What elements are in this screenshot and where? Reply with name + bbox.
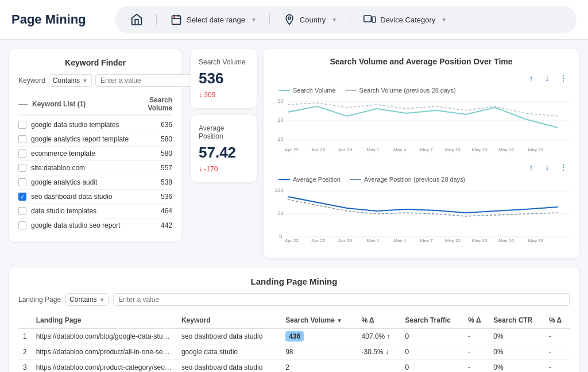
keyword-name: google data studio seo report [31, 221, 132, 229]
lp-filter-input[interactable] [113, 293, 570, 306]
keyword-name: google data studio templates [31, 121, 132, 129]
svg-text:May 10: May 10 [445, 147, 461, 152]
chart-up-btn-2[interactable]: ↑ [525, 161, 537, 174]
th-search-traffic: Search Traffic [401, 313, 464, 328]
svg-text:30: 30 [277, 98, 283, 104]
svg-text:May 13: May 13 [471, 238, 488, 243]
ctr-change-cell: - [544, 328, 570, 344]
svg-text:May 16: May 16 [498, 238, 514, 243]
svg-text:Apr 22: Apr 22 [285, 238, 299, 243]
divider2 [269, 14, 270, 25]
svg-text:May 4: May 4 [393, 147, 407, 152]
keyword-table: — Keyword List (1) Search Volume google … [18, 94, 172, 232]
chart-more-btn-2[interactable]: ⋮ [557, 161, 570, 174]
legend-dot-svp [345, 90, 357, 91]
keyword-finder-panel: Keyword Finder Keyword Contains ▼ — Keyw… [9, 49, 181, 241]
ctr-cell: 0% [489, 344, 544, 360]
keyword-checkbox[interactable] [18, 164, 26, 172]
landing-page-table: Landing Page Keyword Search Volume ▼ % Δ… [18, 313, 570, 372]
ctr-cell: 0% [489, 328, 544, 344]
keyword-col-header: Keyword List (1) [32, 100, 132, 108]
metrics-col: Search Volume 536 ↓ 309 Average Position… [191, 49, 257, 258]
keyword-volume: 557 [132, 164, 172, 172]
keyword-volume: 580 [132, 149, 172, 158]
svg-text:50: 50 [277, 210, 283, 216]
keyword-checkbox[interactable] [18, 121, 26, 129]
landing-page-table-body: 1 https://databloo.com/blog/google-data-… [18, 328, 570, 372]
keyword-cell: seo dashboard data studio [177, 360, 281, 373]
keyword-row: ✓ seo dashboard data studio 536 [18, 190, 172, 204]
search-volume-change: ↓ 309 [199, 91, 249, 99]
keyword-checkbox[interactable] [18, 178, 26, 186]
chart-legend-1: Search Volume Search Volume (previous 28… [278, 87, 570, 94]
keyword-name: site:databloo.com [31, 164, 132, 172]
table-header-row: Landing Page Keyword Search Volume ▼ % Δ… [18, 313, 570, 328]
svg-text:May 7: May 7 [420, 238, 433, 243]
svg-text:May 1: May 1 [366, 238, 380, 243]
svg-rect-7 [372, 17, 376, 22]
landing-page-title: Landing Page Mining [18, 277, 570, 286]
keyword-checkbox[interactable] [18, 207, 26, 215]
keyword-name: seo dashboard data studio [31, 193, 132, 201]
svg-text:10: 10 [277, 136, 283, 142]
legend-avg-pos: Average Position [278, 176, 341, 183]
chart-down-btn-1[interactable]: ↓ [541, 72, 554, 85]
date-range-button[interactable]: Select date range ▼ [164, 10, 262, 29]
select-all-toggle[interactable]: — [18, 99, 32, 109]
th-landing-page: Landing Page [32, 313, 177, 328]
search-volume-chart: 30 20 10 Apr 22 [273, 96, 570, 155]
svg-text:May 4: May 4 [393, 238, 407, 243]
vol-change-cell: 407.0% ↑ [357, 328, 401, 344]
keyword-row: site:databloo.com 557 [18, 161, 172, 175]
keyword-filter-type[interactable]: Contains ▼ [49, 74, 92, 87]
svg-rect-6 [364, 16, 372, 22]
landing-page-url: https://databloo.com/product/all-in-one-… [32, 344, 177, 360]
svg-text:May 10: May 10 [445, 238, 461, 243]
keyword-checkbox[interactable] [18, 149, 26, 158]
home-icon [130, 13, 144, 26]
traffic-change-cell: - [463, 328, 489, 344]
country-button[interactable]: Country ▼ [277, 10, 343, 29]
keyword-row: google data studio seo report 442 [18, 218, 172, 232]
keyword-cell: google data studio [177, 344, 281, 360]
search-volume-cell: 98 [281, 344, 357, 360]
lp-filter-label: Landing Page [18, 296, 61, 304]
search-volume-cell: 2 [281, 360, 357, 373]
top-controls: Select date range ▼ Country ▼ Device Cat… [115, 6, 577, 33]
svg-point-5 [288, 17, 291, 19]
keyword-checkbox[interactable] [18, 221, 26, 229]
keyword-filter-input[interactable] [95, 74, 192, 87]
th-vol-change: % Δ [357, 313, 401, 328]
keyword-cell: seo dashboard data studio [177, 328, 281, 344]
row-num: 1 [18, 328, 32, 344]
legend-dot-sv [278, 90, 290, 91]
vol-change-cell [357, 360, 401, 373]
svg-text:May 7: May 7 [420, 147, 433, 152]
chart-down-btn-2[interactable]: ↓ [541, 161, 554, 174]
row-num: 3 [18, 360, 32, 373]
device-icon [363, 13, 377, 26]
home-button[interactable] [124, 10, 149, 29]
chart-title: Search Volume and Average Position Over … [273, 57, 570, 66]
svg-point-4 [173, 16, 175, 18]
avg-position-change: ↓ -170 [199, 165, 249, 173]
device-button[interactable]: Device Category ▼ [357, 10, 452, 29]
lp-filter-type[interactable]: Contains ▼ [65, 293, 109, 306]
chart-toolbar-2: ↑ ↓ ⋮ [273, 161, 570, 174]
chart-more-btn-1[interactable]: ⋮ [557, 72, 570, 85]
keyword-checkbox[interactable]: ✓ [18, 193, 26, 201]
svg-text:Apr 28: Apr 28 [338, 238, 353, 243]
ctr-change-cell: - [544, 344, 570, 360]
keyword-volume: 580 [132, 135, 172, 143]
legend-avg-pos-prev: Average Position (previous 28 days) [350, 176, 466, 183]
chart-up-btn-1[interactable]: ↑ [525, 72, 537, 85]
device-label: Device Category [380, 16, 435, 24]
keyword-name: google analytics report template [31, 135, 132, 143]
keyword-checkbox[interactable] [18, 135, 26, 143]
search-volume-label: Search Volume [199, 58, 249, 66]
keyword-row: ecommerce template 580 [18, 147, 172, 161]
charts-col: Search Volume and Average Position Over … [264, 49, 579, 258]
keyword-volume: 536 [132, 193, 172, 201]
chart-area: Search Volume 536 ↓ 309 Average Position… [191, 49, 579, 258]
th-search-volume[interactable]: Search Volume ▼ [281, 313, 357, 328]
